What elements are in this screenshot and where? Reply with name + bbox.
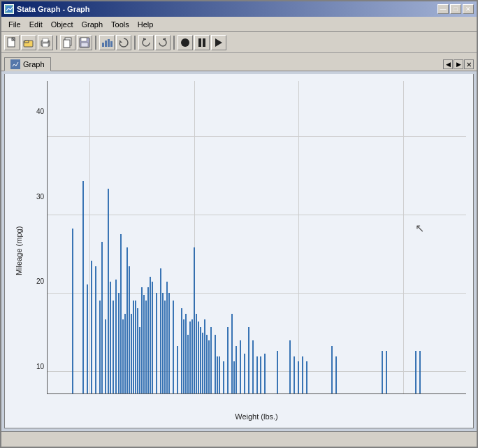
bar-line (152, 282, 153, 393)
bar-line (137, 308, 138, 393)
bar-line (208, 340, 210, 393)
bar-line (306, 361, 307, 393)
tab-close-button[interactable]: ✕ (464, 59, 474, 69)
svg-rect-13 (64, 40, 70, 48)
chart-inner: 2,000 3,000 4,000 5,000 ↖ Weight (lbs.) (47, 81, 466, 421)
bar-line (113, 301, 114, 393)
maximize-button[interactable]: □ (450, 4, 461, 14)
svg-point-11 (48, 41, 49, 43)
bar-line (302, 356, 303, 393)
bar-line (202, 333, 203, 393)
menu-graph[interactable]: Graph (78, 19, 108, 30)
svg-rect-18 (105, 41, 107, 47)
bar-line (147, 287, 149, 393)
bar-line (110, 282, 111, 393)
record-icon (181, 38, 189, 47)
chart-container: Mileage (mpg) 40 30 20 10 (12, 81, 466, 421)
toolbar-open-button[interactable] (21, 35, 36, 50)
window-controls: — □ ✕ (437, 4, 474, 14)
bar-line (227, 327, 229, 393)
bar-line (141, 287, 143, 393)
bar-line (217, 356, 218, 393)
menu-file[interactable]: File (4, 19, 25, 30)
toolbar-new-button[interactable] (4, 35, 20, 50)
bar-line (298, 361, 299, 393)
bar-line (160, 268, 161, 393)
bar-line (236, 346, 237, 393)
tab-next-button[interactable]: ▶ (454, 59, 463, 69)
minimize-button[interactable]: — (437, 4, 449, 14)
bar-line (164, 301, 166, 393)
toolbar-play-button[interactable] (211, 35, 226, 50)
close-button[interactable]: ✕ (463, 4, 474, 14)
svg-rect-15 (81, 38, 87, 41)
toolbar-print-button[interactable] (38, 35, 53, 50)
toolbar-separator-1 (56, 36, 57, 50)
title-bar-left: Stata Graph - Graph (4, 4, 90, 14)
bar-line (415, 351, 417, 393)
bar-line (200, 327, 201, 393)
menu-help[interactable]: Help (133, 19, 158, 30)
y-tick-10: 10 (36, 363, 44, 370)
window-title: Stata Graph - Graph (17, 5, 90, 13)
toolbar-undo-button[interactable] (138, 35, 154, 50)
bar-line (219, 356, 220, 393)
bar-line (105, 319, 106, 393)
toolbar-redo-button[interactable] (155, 35, 171, 50)
bar-line (382, 351, 383, 393)
bar-line (177, 346, 178, 393)
grid-v-4000 (298, 81, 299, 393)
app-icon (4, 4, 14, 14)
y-tick-30: 30 (36, 193, 44, 201)
bar-line (256, 356, 258, 393)
grid-v-5000 (403, 81, 404, 393)
bar-line (126, 247, 128, 393)
tab-icon (10, 59, 20, 69)
bar-line (139, 327, 140, 393)
menu-object[interactable]: Object (47, 19, 78, 30)
grid-v-2000 (89, 81, 90, 393)
bar-line (120, 234, 122, 393)
toolbar-record-button[interactable] (178, 35, 193, 50)
graph-tab[interactable]: Graph (4, 57, 51, 71)
bar-line (198, 321, 199, 393)
bar-line (183, 319, 184, 393)
bar-line (231, 314, 233, 393)
bar-line (82, 181, 84, 393)
bar-line (185, 314, 187, 393)
bar-line (145, 301, 147, 393)
bar-line (294, 356, 295, 393)
bar-line (101, 242, 103, 393)
toolbar-charttype-button[interactable] (99, 35, 115, 50)
bar-line (156, 293, 157, 393)
svg-rect-24 (12, 61, 19, 68)
bar-line (99, 301, 101, 393)
y-axis-label: Mileage (mpg) (12, 81, 26, 421)
bar-line (204, 319, 205, 393)
chart-plot: 2,000 3,000 4,000 5,000 ↖ (47, 81, 466, 394)
title-bar: Stata Graph - Graph — □ ✕ (1, 1, 477, 17)
bar-line (129, 266, 130, 393)
bar-line (215, 335, 216, 393)
svg-rect-19 (108, 39, 110, 47)
svg-rect-17 (102, 43, 104, 47)
svg-marker-21 (120, 40, 122, 43)
toolbar-copy-button[interactable] (60, 35, 75, 50)
bar-line (244, 354, 245, 393)
bar-line (277, 351, 278, 393)
toolbar-rotate-button[interactable] (116, 35, 131, 50)
toolbar-pause-button[interactable] (194, 35, 210, 50)
menu-edit[interactable]: Edit (25, 19, 47, 30)
play-icon (215, 38, 222, 47)
bar-line (331, 346, 333, 393)
bar-line (335, 356, 337, 393)
bar-line (95, 266, 96, 393)
bar-line (264, 354, 266, 393)
svg-rect-20 (110, 41, 113, 47)
bar-line (173, 301, 174, 393)
bar-line (72, 229, 73, 393)
tab-prev-button[interactable]: ◀ (443, 59, 453, 69)
bar-line (252, 340, 254, 393)
toolbar-save-button[interactable] (77, 35, 92, 50)
menu-tools[interactable]: Tools (107, 19, 133, 30)
